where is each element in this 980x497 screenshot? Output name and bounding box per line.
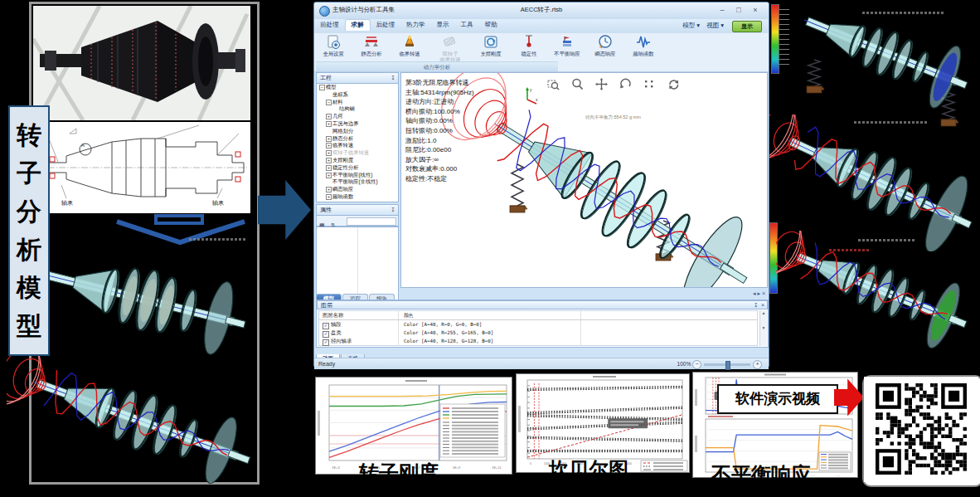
layer-row-轴段[interactable]: ✓轴段Color [A=40, R=0, G=0, B=0] [319, 320, 757, 329]
expand-icon[interactable]: + [326, 114, 332, 119]
3d-viewport[interactable]: 第3阶无阻尼临界转速主轴:54314rpm(905Hz)进动方向:正进动横向振动… [400, 72, 768, 288]
collapse-icon[interactable]: − [319, 85, 325, 90]
expand-icon[interactable]: + [326, 150, 332, 156]
vertical-label-char: 模 [17, 269, 41, 307]
tree-item-稳定性分析[interactable]: +稳定性分析 [317, 164, 398, 172]
annotation-smudge [862, 12, 945, 14]
ribbon-button-transient-response[interactable]: 瞬态响应 [586, 34, 624, 56]
viewport-info-line: 横向振动:100.00% [405, 107, 474, 117]
ribbon-button-critical-speed[interactable]: 临界转速 [391, 34, 429, 56]
close-button[interactable]: × [749, 4, 762, 16]
vertical-label-char: 转 [17, 116, 41, 154]
demo-video-label: 软件演示视频 [717, 384, 838, 414]
tree-item-频响函数[interactable]: +频响函数 [317, 193, 398, 201]
rotate-icon[interactable] [619, 79, 638, 93]
tree-item-结构钢[interactable]: 结构钢 [317, 105, 398, 113]
tab-scroll-left-icon[interactable]: ◂ [753, 290, 756, 296]
ribbon-button-global-settings[interactable]: 全局设置 [314, 34, 352, 56]
ribbon-button-label: 频响函数 [624, 51, 662, 56]
svg-text:A: A [81, 143, 85, 148]
svg-text:1E+9: 1E+9 [453, 465, 461, 470]
maximize-button[interactable]: □ [732, 4, 745, 16]
menu-tab-显示[interactable]: 显示 [431, 19, 455, 30]
menu-dropdown-视图[interactable]: 视图 ▾ [706, 22, 724, 29]
tab-scroll-right-icon[interactable]: ▸ [757, 290, 760, 296]
tree-item-网格划分[interactable]: 网格划分 [317, 128, 398, 135]
viewport-info-overlay: 第3阶无阻尼临界转速主轴:54314rpm(905Hz)进动方向:正进动横向振动… [405, 78, 474, 184]
expand-icon[interactable]: + [326, 165, 332, 171]
tree-item-工况与边界[interactable]: +工况与边界 [317, 120, 398, 128]
tree-item-静态分析[interactable]: +静态分析 [317, 135, 398, 143]
rotor-photo [33, 6, 250, 120]
menu-tab-工具[interactable]: 工具 [455, 19, 479, 30]
tab-close-icon[interactable]: × [762, 290, 765, 296]
zoom-slider-thumb[interactable] [725, 361, 730, 370]
zoom-window-icon[interactable] [547, 79, 565, 93]
layer-row-盘类[interactable]: ✓盘类Color [A=40, R=255, G=165, B=0] [319, 329, 757, 337]
expand-icon[interactable]: + [326, 194, 332, 200]
bearing-label-right: 轴承 [211, 200, 224, 207]
zoom-out-icon[interactable]: − [692, 360, 701, 369]
refresh-icon[interactable] [667, 79, 686, 93]
pin-icon[interactable]: ↧ [391, 73, 395, 83]
tree-item-模型[interactable]: −模型 [317, 84, 398, 91]
rotor-engineering-drawing: 轴承 轴承 A [33, 122, 250, 213]
ribbon-button-frequency-response[interactable]: 频响函数 [624, 34, 662, 56]
menu-tab-帮助[interactable]: 帮助 [479, 19, 503, 30]
menu-tab-热力学[interactable]: 热力学 [400, 19, 431, 30]
flow-arrow-right [258, 180, 311, 240]
pin-icon[interactable]: ↧ [754, 301, 759, 309]
pin-icon[interactable]: ↧ [391, 205, 395, 215]
tree-item-不平衡响应(非线性)[interactable]: 不平衡响应(非线性) [317, 178, 398, 186]
collapse-icon[interactable]: − [326, 100, 332, 105]
layer-checkbox[interactable]: ✓ [323, 339, 329, 346]
ribbon-button-unbalance-response[interactable]: 不平衡响应 [548, 34, 586, 56]
expand-icon[interactable]: + [326, 136, 332, 142]
menu-dropdown-模型[interactable]: 模型 ▾ [682, 22, 700, 29]
support-stiffness-icon [472, 34, 510, 51]
zoom-icon[interactable] [571, 79, 589, 93]
properties-search-input[interactable] [347, 217, 396, 226]
tree-item-label: 频响函数 [332, 193, 353, 199]
tree-item-不平衡响应(线性)[interactable]: +不平衡响应(线性) [317, 172, 398, 179]
minimize-button[interactable]: – [716, 4, 729, 16]
tree-item-瞬态响应[interactable]: +瞬态响应 [317, 186, 398, 193]
expand-icon[interactable]: + [326, 143, 332, 149]
tree-item-坐标系[interactable]: 坐标系 [317, 91, 398, 99]
menu-bar: 前处理求解后处理热力学显示工具帮助 模型 ▾视图 ▾ 显示 [314, 19, 769, 33]
expand-icon[interactable]: + [326, 173, 332, 178]
annotation-smudge [854, 121, 929, 124]
menu-tab-求解[interactable]: 求解 [345, 19, 371, 31]
tree-item-临界转速[interactable]: +临界转速 [317, 142, 398, 149]
layer-row-径向轴承[interactable]: ✓径向轴承Color [A=40, R=128, G=128, B=0] [319, 337, 757, 345]
tree-item-几何[interactable]: +几何 [317, 113, 398, 120]
zoom-slider[interactable] [704, 363, 750, 366]
layers-scrollbar[interactable]: ▲▼ [759, 310, 767, 346]
tree-item-label: 瞬态响应 [332, 186, 353, 192]
ribbon-button-label: 临界转速 [391, 51, 429, 56]
pan-icon[interactable] [595, 79, 614, 93]
expand-icon[interactable]: + [326, 121, 332, 127]
ribbon-button-label: 双转子临界转速 [429, 51, 472, 62]
annotation-smudge [858, 239, 916, 241]
application-window: AECC转子.rtsb 主轴设计与分析工具集 – □ × 前处理求解后处理热力学… [313, 2, 769, 368]
ribbon-button-support-stiffness[interactable]: 支撑刚度 [472, 34, 510, 56]
menu-tab-后处理[interactable]: 后处理 [371, 19, 401, 30]
ribbon-button-stability[interactable]: 稳定性 [510, 34, 548, 56]
menu-tab-前处理[interactable]: 前处理 [314, 19, 345, 30]
fit-icon[interactable] [643, 79, 662, 93]
svg-text:0: 0 [530, 462, 531, 465]
show-button[interactable]: 显示 [732, 21, 762, 32]
tree-item-支撑刚度[interactable]: +支撑刚度 [317, 157, 398, 164]
panel-close-icon[interactable]: × [761, 301, 764, 309]
expand-icon[interactable]: + [326, 187, 332, 192]
layers-table: 图层名称颜色✓轴段Color [A=40, R=0, G=0, B=0]✓盘类C… [318, 310, 758, 346]
layer-color-value: Color [A=40, R=255, G=165, B=0] [399, 329, 581, 337]
expand-icon[interactable]: + [326, 158, 332, 163]
tree-item-材料[interactable]: −材料 [317, 99, 398, 106]
tree-item-双转子临界转速[interactable]: +双转子临界转速 [317, 149, 398, 157]
layers-panel-header: 图层 × ↧ [317, 300, 768, 309]
critical-speed-icon [391, 34, 429, 51]
zoom-in-icon[interactable]: + [753, 360, 762, 369]
ribbon-button-static-analysis[interactable]: 静态分析 [352, 34, 391, 56]
